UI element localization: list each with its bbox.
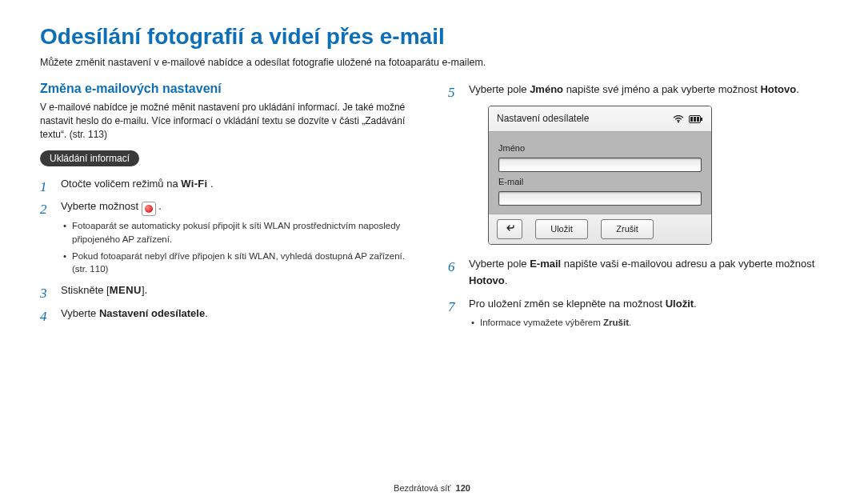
step-7-bullets: Informace vymažete výběrem Zrušit.: [469, 316, 824, 330]
wifi-label: Wi-Fi: [181, 178, 207, 190]
bullet: Informace vymažete výběrem Zrušit.: [469, 316, 824, 330]
step-1: Otočte voličem režimů na Wi-Fi .: [40, 176, 416, 193]
step-5: Vyberte pole Jméno napište své jméno a p…: [448, 82, 824, 246]
info-pill: Ukládání informací: [40, 150, 139, 166]
step-text: .: [205, 307, 208, 319]
back-arrow-icon: [504, 222, 515, 237]
step-4: Vyberte Nastavení odesílatele.: [40, 306, 416, 322]
field-label-name: Jméno: [498, 142, 702, 156]
page-footer: Bezdrátová síť 120: [0, 483, 864, 493]
step-text: Otočte voličem režimů na: [61, 178, 181, 190]
step-text: napište své jméno a pak vyberte možnost: [563, 83, 760, 95]
step-text: Vyberte pole: [469, 258, 530, 270]
subsection-heading: Změna e-mailových nastavení: [40, 82, 416, 96]
page-title: Odesílání fotografií a videí přes e-mail: [40, 24, 824, 50]
page-number: 120: [456, 483, 470, 493]
device-titlebar: Nastavení odesílatele: [489, 106, 711, 132]
steps-left: Otočte voličem režimů na Wi-Fi . Vyberte…: [40, 176, 416, 322]
step-2-bullets: Fotoaparát se automaticky pokusí připoji…: [61, 219, 416, 276]
bullet: Fotoaparát se automaticky pokusí připoji…: [61, 219, 416, 246]
bullet: Pokud fotoaparát nebyl dříve připojen k …: [61, 250, 416, 276]
step-text: Vyberte pole: [469, 83, 530, 95]
step-text: .: [796, 83, 799, 95]
step-text: Stiskněte [: [61, 284, 110, 296]
bold-text: Hotovo: [760, 83, 796, 95]
step-text: .: [207, 178, 213, 190]
bold-text: Hotovo: [469, 274, 505, 286]
device-status-icons: [673, 115, 703, 123]
bold-text: E-mail: [530, 258, 561, 270]
menu-label: MENU: [110, 284, 142, 296]
svg-rect-5: [701, 118, 702, 121]
svg-rect-4: [697, 117, 699, 122]
step-6: Vyberte pole E-mail napište vaši e-mailo…: [448, 256, 824, 290]
step-text: .: [694, 298, 697, 310]
step-text: Vyberte možnost: [61, 200, 142, 212]
step-text: napište vaši e-mailovou adresu a pak vyb…: [561, 258, 814, 270]
field-label-email: E-mail: [498, 175, 702, 190]
step-text: ].: [142, 284, 147, 296]
bold-text: Zrušit: [603, 318, 629, 327]
bullet-text: .: [629, 318, 631, 327]
columns: Změna e-mailových nastavení V e-mailové …: [40, 82, 824, 336]
footer-section: Bezdrátová síť: [394, 483, 450, 493]
step-3: Stiskněte [MENU].: [40, 282, 416, 299]
step-text: .: [156, 200, 162, 212]
right-column: Vyberte pole Jméno napište své jméno a p…: [448, 82, 824, 336]
email-field[interactable]: [498, 191, 702, 206]
cancel-button[interactable]: Zrušit: [601, 219, 654, 240]
svg-rect-2: [690, 117, 693, 122]
step-text: Pro uložení změn se klepněte na možnost: [469, 298, 666, 310]
back-button[interactable]: [497, 219, 522, 240]
bold-text: Uložit: [666, 298, 694, 310]
step-2: Vyberte možnost . Fotoaparát se automati…: [40, 198, 416, 276]
save-button[interactable]: Uložit: [535, 219, 588, 240]
device-title: Nastavení odesílatele: [497, 111, 589, 126]
svg-point-0: [678, 121, 679, 122]
intro-text: Můžete změnit nastavení v e-mailové nabí…: [40, 56, 824, 70]
bullet-text: Informace vymažete výběrem: [480, 318, 603, 327]
wifi-icon: [673, 115, 684, 123]
steps-right: Vyberte pole Jméno napište své jméno a p…: [448, 82, 824, 330]
device-body: Jméno E-mail: [489, 132, 711, 213]
battery-icon: [689, 115, 703, 123]
subsection-desc: V e-mailové nabídce je možné měnit nasta…: [40, 101, 416, 142]
bold-text: Jméno: [530, 83, 563, 95]
step-text: .: [505, 274, 508, 286]
step-7: Pro uložení změn se klepněte na možnost …: [448, 296, 824, 329]
device-footer: Uložit Zrušit: [489, 214, 711, 245]
left-column: Změna e-mailových nastavení V e-mailové …: [40, 82, 416, 336]
device-screenshot: Nastavení odesílatele Jm: [488, 106, 712, 245]
step-text: Vyberte: [61, 307, 99, 319]
email-icon: [142, 202, 156, 216]
bold-text: Nastavení odesílatele: [99, 307, 205, 319]
name-field[interactable]: [498, 158, 702, 172]
svg-rect-3: [694, 117, 696, 122]
